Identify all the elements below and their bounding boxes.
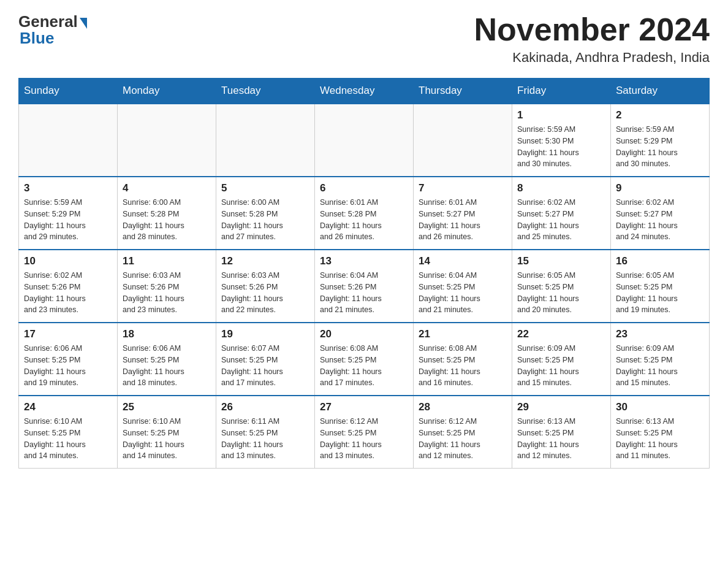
- logo-blue-text: Blue: [20, 29, 54, 48]
- calendar-cell: [315, 104, 414, 177]
- day-info: Sunrise: 6:13 AMSunset: 5:25 PMDaylight:…: [616, 416, 704, 462]
- week-row-5: 24Sunrise: 6:10 AMSunset: 5:25 PMDayligh…: [19, 396, 710, 469]
- calendar-header-row: SundayMondayTuesdayWednesdayThursdayFrid…: [19, 79, 710, 104]
- day-info: Sunrise: 6:07 AMSunset: 5:25 PMDaylight:…: [221, 343, 309, 389]
- day-info: Sunrise: 6:02 AMSunset: 5:26 PMDaylight:…: [24, 270, 112, 316]
- calendar-cell: 21Sunrise: 6:08 AMSunset: 5:25 PMDayligh…: [414, 323, 512, 396]
- calendar-cell: 25Sunrise: 6:10 AMSunset: 5:25 PMDayligh…: [118, 396, 216, 469]
- calendar-cell: 15Sunrise: 6:05 AMSunset: 5:25 PMDayligh…: [512, 250, 611, 323]
- day-info: Sunrise: 6:06 AMSunset: 5:25 PMDaylight:…: [123, 343, 211, 389]
- day-info: Sunrise: 6:00 AMSunset: 5:28 PMDaylight:…: [123, 197, 211, 243]
- day-info: Sunrise: 6:10 AMSunset: 5:25 PMDaylight:…: [123, 416, 211, 462]
- day-number: 6: [320, 182, 408, 194]
- day-info: Sunrise: 6:10 AMSunset: 5:25 PMDaylight:…: [24, 416, 112, 462]
- day-number: 25: [123, 401, 211, 413]
- calendar-cell: 20Sunrise: 6:08 AMSunset: 5:25 PMDayligh…: [315, 323, 414, 396]
- day-info: Sunrise: 6:12 AMSunset: 5:25 PMDaylight:…: [320, 416, 408, 462]
- logo: General Blue: [18, 12, 87, 48]
- calendar-cell: 26Sunrise: 6:11 AMSunset: 5:25 PMDayligh…: [216, 396, 315, 469]
- day-number: 3: [24, 182, 112, 194]
- day-number: 18: [123, 328, 211, 340]
- day-info: Sunrise: 5:59 AMSunset: 5:30 PMDaylight:…: [517, 124, 605, 170]
- day-header-monday: Monday: [118, 79, 216, 104]
- day-number: 1: [517, 109, 605, 121]
- calendar-cell: 23Sunrise: 6:09 AMSunset: 5:25 PMDayligh…: [611, 323, 710, 396]
- day-number: 26: [221, 401, 309, 413]
- calendar-cell: 10Sunrise: 6:02 AMSunset: 5:26 PMDayligh…: [19, 250, 118, 323]
- calendar-cell: 7Sunrise: 6:01 AMSunset: 5:27 PMDaylight…: [414, 177, 512, 250]
- day-info: Sunrise: 6:03 AMSunset: 5:26 PMDaylight:…: [221, 270, 309, 316]
- calendar-cell: 28Sunrise: 6:12 AMSunset: 5:25 PMDayligh…: [414, 396, 512, 469]
- calendar-cell: 17Sunrise: 6:06 AMSunset: 5:25 PMDayligh…: [19, 323, 118, 396]
- calendar-table: SundayMondayTuesdayWednesdayThursdayFrid…: [18, 78, 710, 469]
- day-header-tuesday: Tuesday: [216, 79, 315, 104]
- day-info: Sunrise: 6:02 AMSunset: 5:27 PMDaylight:…: [517, 197, 605, 243]
- day-number: 17: [24, 328, 112, 340]
- day-number: 29: [517, 401, 605, 413]
- day-info: Sunrise: 6:12 AMSunset: 5:25 PMDaylight:…: [419, 416, 507, 462]
- day-info: Sunrise: 6:02 AMSunset: 5:27 PMDaylight:…: [616, 197, 704, 243]
- day-number: 15: [517, 255, 605, 267]
- calendar-cell: 16Sunrise: 6:05 AMSunset: 5:25 PMDayligh…: [611, 250, 710, 323]
- location-label: Kakinada, Andhra Pradesh, India: [474, 50, 710, 66]
- day-info: Sunrise: 6:09 AMSunset: 5:25 PMDaylight:…: [517, 343, 605, 389]
- week-row-1: 1Sunrise: 5:59 AMSunset: 5:30 PMDaylight…: [19, 104, 710, 177]
- day-info: Sunrise: 6:03 AMSunset: 5:26 PMDaylight:…: [123, 270, 211, 316]
- day-number: 22: [517, 328, 605, 340]
- day-number: 28: [419, 401, 507, 413]
- logo-triangle-icon: [80, 18, 87, 29]
- calendar-cell: 11Sunrise: 6:03 AMSunset: 5:26 PMDayligh…: [118, 250, 216, 323]
- day-number: 2: [616, 109, 704, 121]
- month-title: November 2024: [474, 12, 710, 47]
- day-info: Sunrise: 5:59 AMSunset: 5:29 PMDaylight:…: [616, 124, 704, 170]
- day-number: 7: [419, 182, 507, 194]
- day-info: Sunrise: 6:04 AMSunset: 5:26 PMDaylight:…: [320, 270, 408, 316]
- day-number: 12: [221, 255, 309, 267]
- calendar-cell: 1Sunrise: 5:59 AMSunset: 5:30 PMDaylight…: [512, 104, 611, 177]
- day-info: Sunrise: 6:08 AMSunset: 5:25 PMDaylight:…: [320, 343, 408, 389]
- day-info: Sunrise: 6:01 AMSunset: 5:27 PMDaylight:…: [419, 197, 507, 243]
- calendar-cell: [216, 104, 315, 177]
- day-info: Sunrise: 5:59 AMSunset: 5:29 PMDaylight:…: [24, 197, 112, 243]
- day-number: 16: [616, 255, 704, 267]
- day-number: 30: [616, 401, 704, 413]
- day-number: 20: [320, 328, 408, 340]
- day-number: 9: [616, 182, 704, 194]
- calendar-cell: 19Sunrise: 6:07 AMSunset: 5:25 PMDayligh…: [216, 323, 315, 396]
- day-number: 10: [24, 255, 112, 267]
- day-info: Sunrise: 6:11 AMSunset: 5:25 PMDaylight:…: [221, 416, 309, 462]
- day-header-thursday: Thursday: [414, 79, 512, 104]
- calendar-cell: 30Sunrise: 6:13 AMSunset: 5:25 PMDayligh…: [611, 396, 710, 469]
- calendar-cell: 4Sunrise: 6:00 AMSunset: 5:28 PMDaylight…: [118, 177, 216, 250]
- day-info: Sunrise: 6:04 AMSunset: 5:25 PMDaylight:…: [419, 270, 507, 316]
- calendar-cell: 13Sunrise: 6:04 AMSunset: 5:26 PMDayligh…: [315, 250, 414, 323]
- calendar-cell: [118, 104, 216, 177]
- day-number: 23: [616, 328, 704, 340]
- week-row-3: 10Sunrise: 6:02 AMSunset: 5:26 PMDayligh…: [19, 250, 710, 323]
- day-number: 21: [419, 328, 507, 340]
- day-info: Sunrise: 6:06 AMSunset: 5:25 PMDaylight:…: [24, 343, 112, 389]
- week-row-4: 17Sunrise: 6:06 AMSunset: 5:25 PMDayligh…: [19, 323, 710, 396]
- day-info: Sunrise: 6:08 AMSunset: 5:25 PMDaylight:…: [419, 343, 507, 389]
- calendar-cell: 5Sunrise: 6:00 AMSunset: 5:28 PMDaylight…: [216, 177, 315, 250]
- day-number: 19: [221, 328, 309, 340]
- calendar-cell: 22Sunrise: 6:09 AMSunset: 5:25 PMDayligh…: [512, 323, 611, 396]
- calendar-cell: [414, 104, 512, 177]
- calendar-cell: 29Sunrise: 6:13 AMSunset: 5:25 PMDayligh…: [512, 396, 611, 469]
- calendar-cell: 9Sunrise: 6:02 AMSunset: 5:27 PMDaylight…: [611, 177, 710, 250]
- day-number: 5: [221, 182, 309, 194]
- day-number: 27: [320, 401, 408, 413]
- calendar-cell: 2Sunrise: 5:59 AMSunset: 5:29 PMDaylight…: [611, 104, 710, 177]
- day-header-friday: Friday: [512, 79, 611, 104]
- calendar-cell: 24Sunrise: 6:10 AMSunset: 5:25 PMDayligh…: [19, 396, 118, 469]
- day-info: Sunrise: 6:01 AMSunset: 5:28 PMDaylight:…: [320, 197, 408, 243]
- calendar-cell: [19, 104, 118, 177]
- calendar-cell: 14Sunrise: 6:04 AMSunset: 5:25 PMDayligh…: [414, 250, 512, 323]
- day-number: 24: [24, 401, 112, 413]
- day-info: Sunrise: 6:05 AMSunset: 5:25 PMDaylight:…: [616, 270, 704, 316]
- day-number: 8: [517, 182, 605, 194]
- day-header-wednesday: Wednesday: [315, 79, 414, 104]
- calendar-cell: 18Sunrise: 6:06 AMSunset: 5:25 PMDayligh…: [118, 323, 216, 396]
- calendar-cell: 6Sunrise: 6:01 AMSunset: 5:28 PMDaylight…: [315, 177, 414, 250]
- title-area: November 2024 Kakinada, Andhra Pradesh, …: [474, 12, 710, 66]
